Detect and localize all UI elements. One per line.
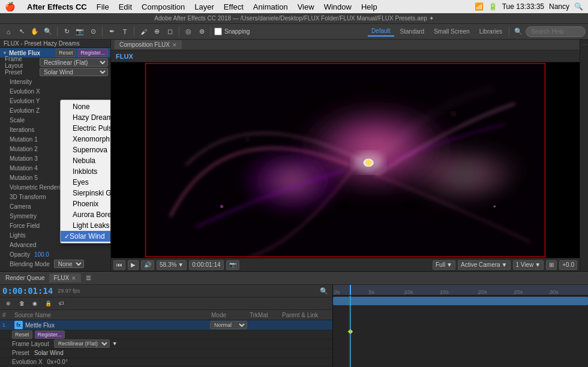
tl-new-layer-btn[interactable]: ⊕ xyxy=(2,297,14,309)
svg-point-8 xyxy=(494,205,496,207)
dropdown-item-xenomorph[interactable]: Xenomorph xyxy=(61,134,111,145)
tl-search-btn[interactable]: 🔍 xyxy=(318,285,330,297)
frame-layout-select[interactable]: Rectilinear (Flat) xyxy=(40,58,108,67)
dropdown-item-nebula[interactable]: Nebula xyxy=(61,155,111,166)
dropdown-item-phoenix[interactable]: Phoenix xyxy=(61,198,111,209)
snapping-checkbox[interactable] xyxy=(214,28,222,35)
dropdown-item-light-leaks[interactable]: Light Leaks xyxy=(61,220,111,231)
reset-btn[interactable]: Reset xyxy=(56,49,76,57)
views-dropdown[interactable]: 1 View ▼ xyxy=(513,260,544,270)
grid-btn[interactable]: ⊞ xyxy=(546,260,557,270)
dropdown-item-inkblots[interactable]: Inkblots xyxy=(61,166,111,177)
menu-file[interactable]: File xyxy=(97,2,109,11)
render-queue-btn[interactable]: Render Queue xyxy=(4,272,47,284)
dropdown-item-supernova[interactable]: Supernova xyxy=(61,145,111,155)
comp-tab[interactable]: Composition FLUX ✕ xyxy=(115,40,182,49)
toolbar-roto-btn[interactable]: ◎ xyxy=(182,26,194,38)
toolbar-puppet-btn[interactable]: ⊛ xyxy=(196,26,208,38)
zoom-dropdown[interactable]: 58.3% ▼ xyxy=(157,260,187,270)
opacity-value[interactable]: 100.0 xyxy=(34,251,49,258)
intensity-row[interactable]: Intensity xyxy=(0,77,110,86)
workspace-small-screen[interactable]: Small Screen xyxy=(430,27,473,36)
toolbar-text-btn[interactable]: T xyxy=(119,26,131,38)
preview-audio-btn[interactable]: 🔊 xyxy=(141,260,154,270)
battery-icon: 🔋 xyxy=(488,2,497,11)
tl-timecode[interactable]: 0:00:01:14 xyxy=(2,286,53,296)
tl-layer-bar-mettle-flux[interactable] xyxy=(333,297,588,305)
menu-animation[interactable]: Animation xyxy=(253,2,288,11)
timecode-display[interactable]: 0:00:01:14 xyxy=(189,260,223,270)
menu-composition[interactable]: Composition xyxy=(142,2,185,11)
dropdown-item-sierpinski[interactable]: Sierpinski Gasket xyxy=(61,188,111,198)
register-btn[interactable]: Register... xyxy=(77,49,108,57)
workspace-libraries[interactable]: Libraries xyxy=(476,27,506,36)
comp-panel: Composition FLUX ✕ FLUX xyxy=(111,40,580,271)
timeline-tab-label: FLUX xyxy=(54,275,70,281)
tl-frame-layout-select[interactable]: Rectilinear (Flat) xyxy=(54,339,110,348)
blending-row[interactable]: Blending Mode None xyxy=(0,259,110,269)
workspace-standard[interactable]: Standard xyxy=(397,27,428,36)
menu-layer[interactable]: Layer xyxy=(194,2,214,11)
menu-time: Tue 13:33:35 xyxy=(502,2,544,11)
exposure-btn[interactable]: +0.0 xyxy=(559,260,577,270)
toolbar-eraser-btn[interactable]: ◻ xyxy=(164,26,176,38)
evolution-x-row[interactable]: Evolution X xyxy=(0,86,110,96)
quality-dropdown[interactable]: Full ▼ xyxy=(433,260,455,270)
timeline-menu-icon[interactable]: ☰ xyxy=(86,275,91,281)
camera-arrow: ▼ xyxy=(502,261,508,268)
toolbar-brush-btn[interactable]: 🖌 xyxy=(137,26,149,38)
apple-menu[interactable]: 🍎 xyxy=(5,2,15,11)
menu-edit[interactable]: Edit xyxy=(119,2,132,11)
opacity-row[interactable]: Opacity100.0 xyxy=(0,249,110,259)
toolbar-stamp-btn[interactable]: ⊕ xyxy=(151,26,163,38)
search-input[interactable] xyxy=(526,26,586,37)
tl-playhead[interactable] xyxy=(350,285,351,295)
camera-dropdown[interactable]: Active Camera ▼ xyxy=(458,260,510,270)
timeline-tab-close[interactable]: ✕ xyxy=(71,275,76,281)
search-icon[interactable]: 🔍 xyxy=(574,2,583,11)
snapshot-btn[interactable]: 📷 xyxy=(226,260,239,270)
dropdown-item-none[interactable]: None xyxy=(61,101,111,112)
toolbar-zoom-btn[interactable]: 🔍 xyxy=(42,26,54,38)
tl-label-btn[interactable]: 🏷 xyxy=(55,297,67,309)
menu-effect[interactable]: Effect xyxy=(224,2,244,11)
tl-layer-mettle-flux[interactable]: 1 fx Mettle Flux Normal xyxy=(0,320,332,330)
comp-tab-close[interactable]: ✕ xyxy=(172,42,177,48)
tl-solo-btn[interactable]: ◉ xyxy=(29,297,41,309)
ruler-tick-15s: 15s xyxy=(440,289,449,295)
menu-view[interactable]: View xyxy=(298,2,314,11)
tl-delete-btn[interactable]: 🗑 xyxy=(16,297,28,309)
toolbar-pen-btn[interactable]: ✒ xyxy=(106,26,118,38)
toolbar-home-btn[interactable]: ⌂ xyxy=(2,26,14,38)
dropdown-item-electric-pulse[interactable]: Electric Pulse xyxy=(61,123,111,134)
toolbar-rotate-btn[interactable]: ↻ xyxy=(61,26,73,38)
dropdown-item-eyes[interactable]: Eyes xyxy=(61,177,111,188)
tl-playhead-line xyxy=(350,296,351,367)
tl-lock-btn[interactable]: 🔒 xyxy=(42,297,54,309)
toolbar-null-btn[interactable]: ⊙ xyxy=(87,26,99,38)
toolbar-hand-btn[interactable]: ✋ xyxy=(29,26,41,38)
toolbar-camera-btn[interactable]: 📷 xyxy=(74,26,86,38)
toolbar-search-btn[interactable]: 🔍 xyxy=(512,26,524,38)
dropdown-item-solar-wind[interactable]: Solar Wind xyxy=(61,231,111,242)
preview-first-btn[interactable]: ⏮ xyxy=(113,260,125,270)
preview-play-btn[interactable]: ▶ xyxy=(128,260,139,270)
preset-row: Preset Solar Wind xyxy=(0,67,110,77)
snapping-label: Snapping xyxy=(224,28,250,35)
preset-select[interactable]: Solar Wind xyxy=(40,68,108,76)
timeline-tab-flux[interactable]: FLUX ✕ xyxy=(49,273,82,282)
tl-preset-value: Solar Wind xyxy=(34,350,64,356)
ruler-line-10s xyxy=(404,291,405,295)
tl-reset-btn[interactable]: Reset xyxy=(12,330,32,339)
tl-register-btn[interactable]: Register... xyxy=(35,330,65,339)
blending-select[interactable]: None xyxy=(54,260,84,268)
dropdown-item-hazy-dreams[interactable]: Hazy Dreams xyxy=(61,112,111,123)
menu-app-name[interactable]: After Effects CC xyxy=(27,2,87,11)
layer-mode-select[interactable]: Normal xyxy=(210,321,247,329)
dropdown-item-aurora[interactable]: Aurora Borealis xyxy=(61,209,111,220)
menu-window[interactable]: Window xyxy=(324,2,352,11)
camera-label: Camera xyxy=(10,203,31,210)
toolbar-select-btn[interactable]: ↖ xyxy=(16,26,28,38)
menu-help[interactable]: Help xyxy=(361,2,377,11)
workspace-default[interactable]: Default xyxy=(368,26,394,37)
